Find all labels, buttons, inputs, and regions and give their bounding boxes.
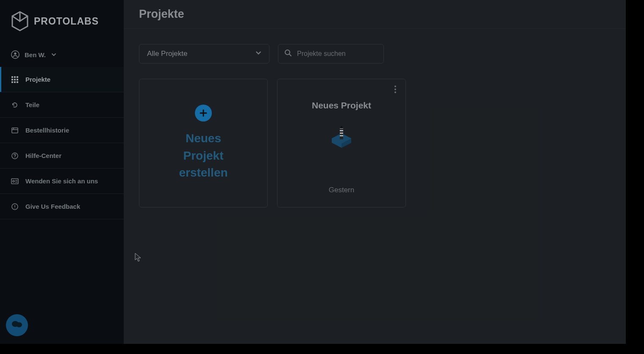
svg-rect-7 [17, 79, 18, 80]
svg-point-15 [14, 157, 15, 158]
search-field[interactable] [278, 44, 384, 64]
feedback-icon [11, 203, 19, 210]
project-card[interactable]: Neues Projekt Gestern [277, 79, 406, 207]
svg-point-1 [14, 53, 16, 55]
svg-point-24 [16, 322, 22, 327]
sidebar-item-feedback[interactable]: Give Us Feedback [0, 194, 124, 219]
page-header: Projekte [124, 0, 626, 29]
sidebar-item-label: Teile [25, 101, 39, 108]
kebab-icon [394, 86, 396, 95]
svg-line-26 [289, 54, 291, 56]
svg-rect-39 [340, 135, 343, 136]
help-icon [11, 152, 19, 160]
create-project-card[interactable]: Neues Projekt erstellen [139, 79, 268, 207]
project-name: Neues Projekt [312, 100, 371, 111]
project-timestamp: Gestern [329, 186, 354, 194]
sidebar-item-hilfe-center[interactable]: Hilfe-Center [0, 143, 124, 169]
user-menu[interactable]: Ben W. [0, 42, 124, 67]
sidebar-item-contact[interactable]: Wenden Sie sich an uns [0, 169, 124, 194]
user-display-name: Ben W. [25, 51, 46, 58]
svg-rect-9 [14, 81, 16, 83]
svg-rect-2 [11, 76, 13, 78]
project-filter-dropdown[interactable]: Alle Projekte [139, 44, 269, 64]
create-project-label: Neues Projekt erstellen [172, 130, 235, 182]
contact-icon [11, 177, 19, 185]
svg-point-22 [14, 207, 15, 208]
svg-rect-10 [17, 81, 18, 83]
chevron-down-icon [255, 50, 261, 58]
svg-point-31 [394, 91, 396, 93]
main-content: Projekte Alle Projekte Neues P [124, 0, 626, 344]
svg-rect-5 [11, 79, 13, 80]
svg-rect-8 [11, 81, 13, 83]
project-card-menu[interactable] [391, 85, 400, 95]
svg-point-30 [394, 88, 396, 90]
svg-rect-38 [340, 133, 343, 134]
sidebar-item-label: Give Us Feedback [25, 203, 80, 210]
protolabs-logo-icon [11, 11, 29, 31]
svg-point-17 [13, 180, 14, 182]
sidebar-item-label: Wenden Sie sich an uns [25, 177, 98, 185]
project-cards: Neues Projekt erstellen Neues Projekt [124, 64, 626, 207]
search-icon [284, 49, 292, 58]
chevron-down-icon [51, 52, 57, 58]
toolbar: Alle Projekte [124, 29, 626, 64]
user-avatar-icon [11, 50, 19, 59]
brand-name: PROTOLABS [34, 16, 99, 27]
sidebar: PROTOLABS Ben W. Projekte [0, 0, 124, 344]
sidebar-item-projekte[interactable]: Projekte [0, 67, 124, 92]
brand-logo[interactable]: PROTOLABS [0, 0, 124, 42]
svg-rect-6 [14, 79, 16, 80]
search-input[interactable] [296, 50, 383, 58]
sidebar-item-label: Hilfe-Center [25, 152, 61, 159]
undo-icon [11, 101, 19, 109]
svg-point-29 [394, 86, 396, 87]
svg-rect-3 [14, 76, 16, 78]
chat-button[interactable] [6, 314, 28, 336]
history-icon [11, 127, 19, 134]
svg-rect-11 [12, 128, 18, 133]
plus-circle-icon [195, 105, 212, 122]
page-title: Projekte [139, 8, 184, 21]
grid-icon [11, 76, 19, 83]
sidebar-item-label: Projekte [25, 76, 50, 83]
sidebar-item-bestellhistorie[interactable]: Bestellhistorie [0, 118, 124, 143]
sidebar-nav: Projekte Teile Bestellhistorie Hilfe-Cen… [0, 67, 124, 219]
project-thumbnail [329, 126, 354, 151]
svg-rect-4 [17, 76, 18, 78]
app-root: PROTOLABS Ben W. Projekte [0, 0, 626, 344]
sidebar-item-label: Bestellhistorie [25, 127, 69, 134]
chat-icon [11, 320, 22, 331]
svg-rect-37 [340, 130, 343, 131]
svg-marker-40 [339, 126, 344, 128]
dropdown-selected-label: Alle Projekte [147, 50, 187, 58]
sidebar-item-teile[interactable]: Teile [0, 92, 124, 118]
